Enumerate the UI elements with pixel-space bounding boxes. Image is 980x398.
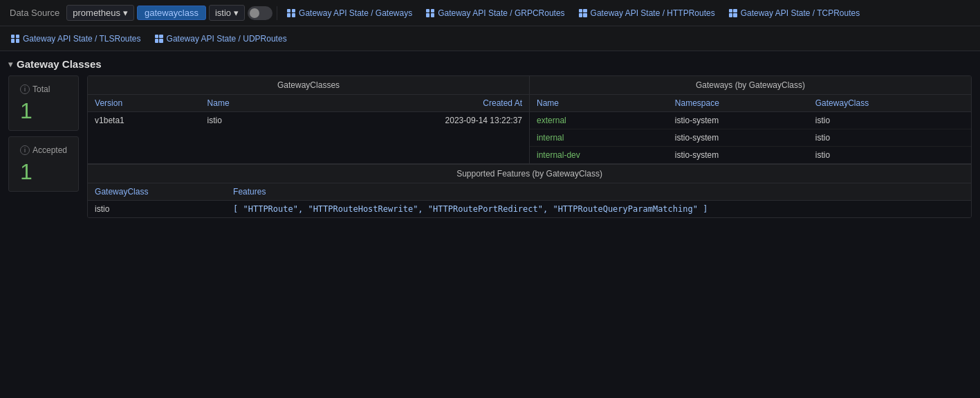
nav-tcproutes-label: Gateway API State / TCPRoutes — [741, 8, 860, 18]
main-content: i Total 1 i Accepted 1 GatewayClasses V — [0, 75, 980, 226]
createdat-col-header: Created At — [293, 95, 529, 112]
gatewayclass-cell-internal: istio — [808, 129, 971, 147]
gatewayclass-col-header: GatewayClass — [88, 183, 226, 201]
info-icon[interactable]: i — [20, 145, 30, 155]
nav-grpcroutes-button[interactable]: Gateway API State / GRPCRoutes — [420, 6, 570, 21]
supported-features-title: Supported Features (by GatewayClass) — [88, 165, 971, 183]
nav-httproutes-button[interactable]: Gateway API State / HTTPRoutes — [573, 6, 721, 21]
grid-icon — [579, 9, 587, 17]
filter-value: istio — [215, 8, 231, 18]
nav-tcproutes-button[interactable]: Gateway API State / TCPRoutes — [723, 6, 866, 21]
grid-icon — [155, 35, 163, 43]
divider — [277, 6, 277, 20]
toolbar-row1: Data Source prometheus ▾ gatewayclass is… — [0, 0, 980, 26]
features-col-header: Features — [226, 183, 971, 201]
namespace-cell-internal-dev: istio-system — [668, 147, 808, 164]
nav-tlsroutes-button[interactable]: Gateway API State / TLSRoutes — [6, 31, 147, 46]
stats-column: i Total 1 i Accepted 1 — [8, 75, 79, 218]
features-header-row: GatewayClass Features — [88, 183, 971, 201]
gatewayclass-cell: istio — [88, 201, 226, 218]
namespace-cell-internal: istio-system — [668, 129, 808, 147]
accepted-stat-box: i Accepted 1 — [8, 136, 79, 192]
tables-area: GatewayClasses Version Name Created At v… — [87, 75, 972, 218]
name-col-header: Name — [530, 95, 668, 112]
chevron-down-icon: ▾ — [123, 8, 128, 18]
section-title: Gateway Classes — [17, 58, 102, 70]
datasource-select[interactable]: prometheus ▾ — [66, 5, 134, 21]
namespace-cell-external: istio-system — [668, 112, 808, 129]
features-cell: [ "HTTPRoute", "HTTPRouteHostRewrite", "… — [226, 201, 971, 218]
gatewayclasses-title: GatewayClasses — [88, 76, 529, 95]
gatewayclass-cell-internal-dev: istio — [808, 147, 971, 164]
toggle-switch[interactable] — [248, 6, 272, 20]
gateways-title: Gateways (by GatewayClass) — [530, 76, 971, 95]
table-row: internal istio-system istio — [530, 129, 971, 147]
nav-udproutes-button[interactable]: Gateway API State / UDPRoutes — [149, 31, 293, 46]
grid-icon — [729, 9, 737, 17]
gateways-table: Name Namespace GatewayClass external ist… — [530, 95, 971, 163]
grid-icon — [287, 9, 295, 17]
version-col-header: Version — [88, 95, 201, 112]
chevron-down-icon: ▾ — [234, 8, 239, 18]
gatewayclass-col-header: GatewayClass — [808, 95, 971, 112]
nav-gateways-label: Gateway API State / Gateways — [299, 8, 412, 18]
table-row: v1beta1 istio 2023-09-14 13:22:37 — [88, 112, 529, 129]
total-value: 1 — [20, 100, 67, 122]
supported-features-table: GatewayClass Features istio [ "HTTPRoute… — [88, 183, 971, 217]
total-label: i Total — [20, 84, 67, 94]
grid-icon — [11, 35, 19, 43]
table-row: istio [ "HTTPRoute", "HTTPRouteHostRewri… — [88, 201, 971, 218]
name-cell-internal[interactable]: internal — [530, 129, 668, 147]
filter-select[interactable]: istio ▾ — [209, 5, 245, 21]
gatewayclass-chip[interactable]: gatewayclass — [137, 6, 206, 20]
gateways-panel: Gateways (by GatewayClass) Name Namespac… — [529, 76, 971, 163]
datasource-label: Data Source — [6, 8, 64, 18]
table-row: internal-dev istio-system istio — [530, 147, 971, 164]
createdat-cell: 2023-09-14 13:22:37 — [293, 112, 529, 129]
gatewayclasses-table: Version Name Created At v1beta1 istio 20… — [88, 95, 529, 129]
supported-features-section: Supported Features (by GatewayClass) Gat… — [88, 164, 971, 217]
name-col-header: Name — [201, 95, 294, 112]
table-header-row: Name Namespace GatewayClass — [530, 95, 971, 112]
section-header[interactable]: ▾ Gateway Classes — [0, 51, 980, 75]
nav-grpcroutes-label: Gateway API State / GRPCRoutes — [438, 8, 564, 18]
tables-top-row: GatewayClasses Version Name Created At v… — [88, 76, 971, 164]
nav-udproutes-label: Gateway API State / UDPRoutes — [167, 34, 287, 44]
table-row: external istio-system istio — [530, 112, 971, 129]
toolbar-row2: Gateway API State / TLSRoutes Gateway AP… — [0, 26, 980, 51]
accepted-label: i Accepted — [20, 145, 67, 155]
gatewayclasses-panel: GatewayClasses Version Name Created At v… — [88, 76, 529, 163]
table-header-row: Version Name Created At — [88, 95, 529, 112]
name-cell-internal-dev[interactable]: internal-dev — [530, 147, 668, 164]
nav-tlsroutes-label: Gateway API State / TLSRoutes — [23, 34, 141, 44]
nav-gateways-button[interactable]: Gateway API State / Gateways — [281, 6, 418, 21]
accepted-value: 1 — [20, 161, 67, 183]
version-cell: v1beta1 — [88, 112, 201, 129]
total-stat-box: i Total 1 — [8, 75, 79, 131]
name-cell: istio — [201, 112, 294, 129]
gatewayclass-cell-external: istio — [808, 112, 971, 129]
namespace-col-header: Namespace — [668, 95, 808, 112]
nav-httproutes-label: Gateway API State / HTTPRoutes — [591, 8, 715, 18]
info-icon[interactable]: i — [20, 84, 30, 94]
grid-icon — [426, 9, 434, 17]
datasource-value: prometheus — [73, 8, 120, 18]
chevron-icon: ▾ — [8, 60, 12, 69]
name-cell-external[interactable]: external — [530, 112, 668, 129]
